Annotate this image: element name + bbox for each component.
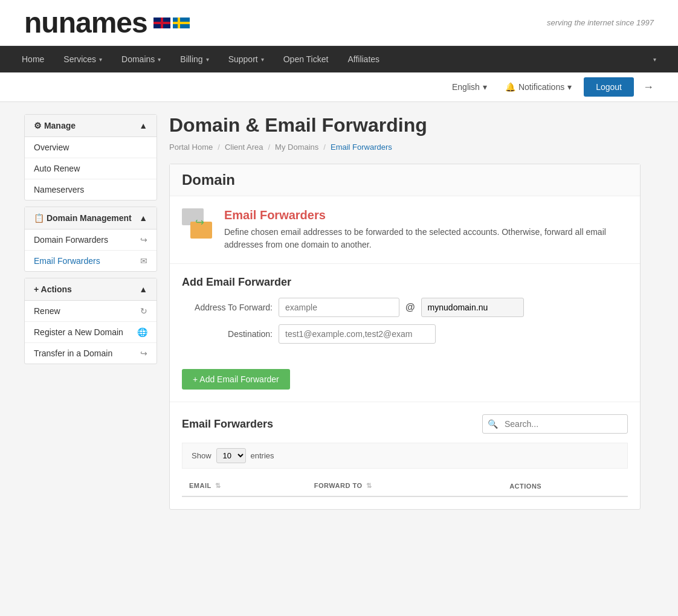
top-header: nunames serving the internet since 1997 bbox=[0, 0, 678, 46]
sidebar-item-domain-forwarders[interactable]: Domain Forwarders ↪ bbox=[25, 229, 157, 251]
sidebar-item-overview[interactable]: Overview bbox=[25, 137, 157, 158]
email-forwarders-table: EMAIL ⇅ FORWARD TO ⇅ ACTIONS bbox=[182, 476, 628, 497]
tagline: serving the internet since 1997 bbox=[547, 18, 654, 27]
search-input[interactable] bbox=[502, 415, 622, 433]
address-row: Address To Forward: @ bbox=[182, 298, 628, 317]
plus-icon: + bbox=[34, 284, 39, 294]
envelope-icon: ✉ bbox=[140, 256, 147, 266]
sidebar-item-transfer-domain[interactable]: Transfer in a Domain ↪ bbox=[25, 343, 157, 364]
domain-field[interactable] bbox=[421, 298, 524, 317]
sidebar-domain-management-items: Domain Forwarders ↪ Email Forwarders ✉ bbox=[25, 229, 157, 271]
domains-caret-icon: ▾ bbox=[158, 56, 161, 63]
forward-arrow-icon: ↪ bbox=[195, 216, 204, 229]
sidebar-actions-header[interactable]: + Actions ▲ bbox=[25, 278, 157, 301]
breadcrumb-sep-2: / bbox=[268, 143, 270, 152]
flags bbox=[153, 18, 190, 28]
more-caret-icon: ▾ bbox=[653, 56, 656, 63]
transfer-icon: ↪ bbox=[140, 348, 147, 358]
share-icon: ↪ bbox=[140, 235, 147, 245]
forward-sort-icon[interactable]: ⇅ bbox=[366, 482, 372, 489]
forwarders-table-section: Email Forwarders 🔍 Show 10 entries bbox=[170, 402, 640, 509]
sidebar-domain-management-section: 📋 Domain Management ▲ Domain Forwarders … bbox=[24, 207, 157, 272]
nav-more[interactable]: ▾ bbox=[644, 48, 666, 71]
forwarders-table-title: Email Forwarders bbox=[182, 418, 273, 431]
email-forwarders-heading: Email Forwarders bbox=[224, 208, 628, 222]
nav-affiliates[interactable]: Affiliates bbox=[338, 46, 389, 72]
table-head: EMAIL ⇅ FORWARD TO ⇅ ACTIONS bbox=[182, 476, 628, 496]
email-forwarders-info: ↪ Email Forwarders Define chosen email a… bbox=[170, 196, 640, 263]
notifications-caret-icon: ▾ bbox=[567, 82, 572, 92]
nav-support[interactable]: Support ▾ bbox=[219, 46, 274, 72]
uk-flag-icon[interactable] bbox=[153, 18, 170, 28]
add-forwarder-title: Add Email Forwarder bbox=[182, 276, 628, 289]
nav-open-ticket[interactable]: Open Ticket bbox=[274, 46, 338, 72]
logo-area: nunames bbox=[24, 6, 190, 39]
sidebar: ⚙ Manage ▲ Overview Auto Renew Nameserve… bbox=[24, 114, 157, 522]
sidebar-manage-header[interactable]: ⚙ Manage ▲ bbox=[25, 115, 157, 137]
sweden-flag-icon[interactable] bbox=[173, 18, 190, 28]
refresh-icon: ↻ bbox=[140, 306, 147, 316]
email-forwarders-icon: ↪ bbox=[182, 208, 212, 239]
col-email: EMAIL ⇅ bbox=[182, 476, 307, 496]
breadcrumb-sep-1: / bbox=[218, 143, 220, 152]
entries-select[interactable]: 10 bbox=[216, 448, 246, 463]
col-forward-to: FORWARD TO ⇅ bbox=[307, 476, 502, 496]
email-sort-icon[interactable]: ⇅ bbox=[215, 482, 221, 489]
domain-section-card: Domain ↪ Email Forwarders Define chosen … bbox=[169, 164, 641, 510]
breadcrumb-client-area[interactable]: Client Area bbox=[225, 143, 263, 152]
actions-collapse-icon: ▲ bbox=[139, 284, 147, 294]
nav-domains[interactable]: Domains ▾ bbox=[112, 46, 170, 72]
sidebar-item-auto-renew[interactable]: Auto Renew bbox=[25, 158, 157, 179]
table-header-row: EMAIL ⇅ FORWARD TO ⇅ ACTIONS bbox=[182, 476, 628, 496]
notifications-label: Notifications bbox=[518, 82, 564, 92]
show-entries-row: Show 10 entries bbox=[182, 443, 628, 469]
language-selector[interactable]: English ▾ bbox=[446, 79, 493, 95]
breadcrumb-sep-3: / bbox=[323, 143, 326, 152]
search-box: 🔍 bbox=[482, 414, 628, 434]
sidebar-domain-management-header[interactable]: 📋 Domain Management ▲ bbox=[25, 207, 157, 229]
services-caret-icon: ▾ bbox=[99, 56, 102, 63]
add-email-forwarder-button[interactable]: + Add Email Forwarder bbox=[182, 369, 290, 390]
sidebar-item-email-forwarders[interactable]: Email Forwarders ✉ bbox=[25, 251, 157, 271]
sidebar-item-register-domain[interactable]: Register a New Domain 🌐 bbox=[25, 322, 157, 343]
breadcrumb-my-domains[interactable]: My Domains bbox=[275, 143, 318, 152]
nav-billing[interactable]: Billing ▾ bbox=[170, 46, 218, 72]
sidebar-actions-items: Renew ↻ Register a New Domain 🌐 Transfer… bbox=[25, 301, 157, 364]
main-content: ⚙ Manage ▲ Overview Auto Renew Nameserve… bbox=[0, 102, 665, 534]
manage-collapse-icon: ▲ bbox=[139, 121, 147, 130]
language-label: English bbox=[452, 82, 480, 92]
sidebar-manage-items: Overview Auto Renew Nameservers bbox=[25, 137, 157, 200]
logo: nunames bbox=[24, 6, 147, 39]
domain-icon: 📋 bbox=[34, 213, 44, 223]
content-panel: Domain & Email Forwarding Portal Home / … bbox=[169, 114, 641, 522]
main-nav: Home Services ▾ Domains ▾ Billing ▾ Supp… bbox=[0, 46, 678, 72]
entries-label: entries bbox=[251, 451, 274, 460]
globe-icon: 🌐 bbox=[137, 327, 147, 337]
domain-section-header: Domain bbox=[170, 164, 640, 196]
nav-home[interactable]: Home bbox=[12, 46, 54, 72]
search-icon: 🔍 bbox=[488, 419, 498, 429]
logout-icon[interactable]: → bbox=[643, 81, 654, 94]
nav-services[interactable]: Services ▾ bbox=[54, 46, 112, 72]
show-label: Show bbox=[192, 451, 211, 460]
language-caret-icon: ▾ bbox=[483, 82, 487, 92]
address-label: Address To Forward: bbox=[182, 303, 273, 312]
email-forwarders-desc: Define chosen email addresses to be forw… bbox=[224, 226, 628, 251]
email-forwarders-description: Email Forwarders Define chosen email add… bbox=[224, 208, 628, 251]
logout-button[interactable]: Logout bbox=[584, 77, 634, 97]
billing-caret-icon: ▾ bbox=[206, 56, 209, 63]
destination-row: Destination: bbox=[182, 324, 628, 344]
col-actions: ACTIONS bbox=[502, 476, 628, 496]
address-input[interactable] bbox=[279, 298, 399, 317]
destination-input[interactable] bbox=[279, 324, 436, 344]
domain-mgmt-collapse-icon: ▲ bbox=[139, 213, 147, 223]
notifications-button[interactable]: 🔔 Notifications ▾ bbox=[499, 79, 578, 95]
add-forwarder-section: Add Email Forwarder Address To Forward: … bbox=[170, 263, 640, 363]
sidebar-item-renew[interactable]: Renew ↻ bbox=[25, 301, 157, 322]
breadcrumb-portal-home[interactable]: Portal Home bbox=[169, 143, 213, 152]
support-caret-icon: ▾ bbox=[261, 56, 264, 63]
sub-nav: English ▾ 🔔 Notifications ▾ Logout → bbox=[0, 72, 678, 102]
domain-section-title: Domain bbox=[182, 172, 628, 188]
sidebar-item-nameservers[interactable]: Nameservers bbox=[25, 179, 157, 200]
gear-icon: ⚙ bbox=[34, 121, 42, 130]
